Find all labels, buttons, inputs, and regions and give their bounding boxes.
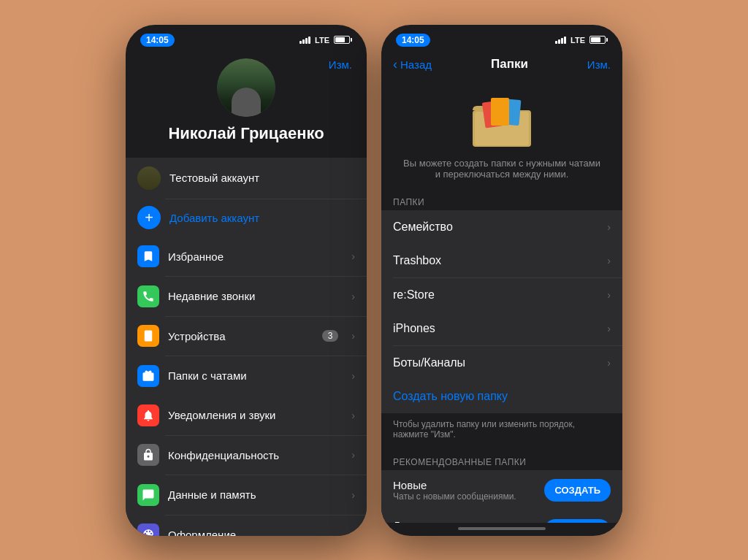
left-status-bar: 14:05 LTE: [126, 25, 367, 51]
privacy-label: Конфиденциальность: [168, 449, 343, 461]
add-account-row[interactable]: + Добавить аккаунт: [126, 199, 367, 237]
plus-icon: +: [137, 206, 161, 229]
menu-item-chat-folders[interactable]: Папки с чатами ›: [126, 356, 367, 396]
battery-icon: [589, 36, 608, 44]
chevron-icon: ›: [607, 357, 611, 369]
chat-folders-icon: [137, 365, 159, 387]
user-name: Николай Грицаенко: [168, 124, 324, 143]
devices-label: Устройства: [168, 330, 313, 342]
back-button[interactable]: ‹ Назад: [393, 57, 432, 72]
chevron-icon: ›: [351, 410, 355, 421]
right-phone: 14:05 LTE: [381, 25, 622, 536]
lte-label: LTE: [315, 36, 329, 45]
chevron-icon: ›: [351, 291, 355, 302]
back-label: Назад: [400, 58, 432, 71]
chevron-icon: ›: [351, 489, 355, 501]
notifications-icon: [137, 404, 159, 426]
appearance-icon: [137, 523, 159, 536]
chevron-icon: ›: [607, 323, 611, 334]
recent-calls-label: Недавние звонки: [168, 290, 343, 302]
chevron-icon: ›: [351, 250, 355, 262]
recommended-section-label: РЕКОМЕНДОВАННЫЕ ПАПКИ: [381, 451, 622, 470]
menu-group-1: Избранное › Недавние звонки ›: [126, 237, 367, 396]
folders-list: Семейство › Trashbox › re:Store ›: [381, 210, 622, 380]
favorites-label: Избранное: [168, 250, 343, 263]
recommended-title-new: Новые: [393, 479, 535, 491]
battery-icon: [334, 36, 352, 44]
test-account-name: Тестовый аккаунт: [169, 172, 355, 184]
chevron-icon: ›: [607, 289, 611, 301]
recommended-text-personal: Личные Сообщения из личных чатов.: [393, 519, 535, 523]
left-status-icons: LTE: [299, 36, 352, 45]
folder-name-trashbox: Trashbox: [393, 254, 607, 267]
folder-item-iphones[interactable]: iPhones ›: [381, 312, 622, 345]
recommended-title-personal: Личные: [393, 519, 535, 523]
folders-scroll: ПАПКИ Семейство › Trashbox ›: [381, 191, 622, 523]
svg-rect-6: [491, 98, 509, 126]
right-time: 14:05: [396, 34, 430, 47]
folder-item-bots-channels[interactable]: Боты/Каналы ›: [381, 346, 622, 380]
menu-item-appearance[interactable]: Оформление ›: [126, 515, 367, 536]
recommended-item-new: Новые Чаты с новыми сообщениями. СОЗДАТЬ: [381, 470, 622, 510]
folder-description: Вы можете создать папки с нужными чатами…: [381, 158, 622, 191]
left-time: 14:05: [140, 34, 175, 47]
lte-label: LTE: [570, 36, 585, 45]
menu-item-privacy[interactable]: Конфиденциальность ›: [126, 435, 367, 475]
signal-icon: [555, 37, 566, 44]
menu-item-data[interactable]: Данные и память ›: [126, 475, 367, 515]
favorites-icon: [137, 245, 159, 267]
data-label: Данные и память: [168, 488, 343, 501]
menu-item-devices[interactable]: Устройства 3 ›: [126, 316, 367, 356]
chevron-icon: ›: [607, 221, 611, 233]
edit-profile-button[interactable]: Изм.: [329, 58, 352, 71]
header-title: Папки: [491, 57, 528, 72]
folder-emoji-container: [469, 96, 535, 150]
chat-folders-label: Папки с чатами: [168, 369, 343, 382]
create-folder-button[interactable]: Создать новую папку: [381, 380, 622, 413]
chevron-icon: ›: [351, 449, 355, 461]
edit-button[interactable]: Изм.: [587, 58, 611, 71]
recommended-item-personal: Личные Сообщения из личных чатов. СОЗДАТ…: [381, 510, 622, 523]
menu-item-notifications[interactable]: Уведомления и звуки ›: [126, 396, 367, 435]
avatar[interactable]: [217, 58, 275, 117]
privacy-icon: [137, 444, 159, 466]
add-account-label: Добавить аккаунт: [169, 212, 259, 224]
recent-calls-icon: [137, 285, 159, 307]
devices-badge: 3: [322, 330, 339, 342]
right-status-icons: LTE: [555, 36, 608, 45]
profile-section: Изм. Николай Грицаенко: [126, 51, 367, 158]
left-phone: 14:05 LTE: [126, 25, 367, 536]
notifications-label: Уведомления и звуки: [168, 409, 343, 421]
recommended-desc-new: Чаты с новыми сообщениями.: [393, 491, 535, 502]
folder-illustration: [381, 81, 622, 158]
menu-item-recent-calls[interactable]: Недавние звонки ›: [126, 277, 367, 316]
folder-name-family: Семейство: [393, 220, 607, 234]
phones-container: 14:05 LTE: [126, 25, 622, 536]
create-new-button[interactable]: СОЗДАТЬ: [544, 479, 611, 502]
folder-name-bots-channels: Боты/Каналы: [393, 356, 607, 369]
home-indicator-right: [458, 527, 546, 530]
folders-section-label: ПАПКИ: [381, 191, 622, 210]
folder-item-restore[interactable]: re:Store ›: [381, 278, 622, 312]
signal-icon: [299, 37, 310, 44]
create-personal-button[interactable]: СОЗДАТЬ: [544, 519, 611, 523]
folder-item-trashbox[interactable]: Trashbox ›: [381, 244, 622, 277]
right-status-bar: 14:05 LTE: [381, 25, 622, 51]
accounts-section: Тестовый аккаунт + Добавить аккаунт: [126, 158, 367, 237]
hint-text: Чтобы удалить папку или изменить порядок…: [381, 413, 622, 451]
right-header: ‹ Назад Папки Изм.: [381, 51, 622, 81]
chevron-icon: ›: [351, 529, 355, 536]
data-icon: [137, 484, 159, 506]
test-account-row[interactable]: Тестовый аккаунт: [126, 158, 367, 199]
folder-name-restore: re:Store: [393, 288, 607, 302]
chevron-icon: ›: [351, 330, 355, 342]
menu-item-favorites[interactable]: Избранное ›: [126, 237, 367, 276]
folder-item-family[interactable]: Семейство ›: [381, 210, 622, 244]
appearance-label: Оформление: [168, 529, 343, 536]
menu-group-2: Уведомления и звуки › Конфиденциальность…: [126, 396, 367, 536]
folder-name-iphones: iPhones: [393, 322, 607, 335]
recommended-text-new: Новые Чаты с новыми сообщениями.: [393, 479, 535, 502]
chevron-icon: ›: [607, 255, 611, 266]
back-chevron-icon: ‹: [393, 57, 397, 72]
recommended-folders: Новые Чаты с новыми сообщениями. СОЗДАТЬ…: [381, 470, 622, 523]
